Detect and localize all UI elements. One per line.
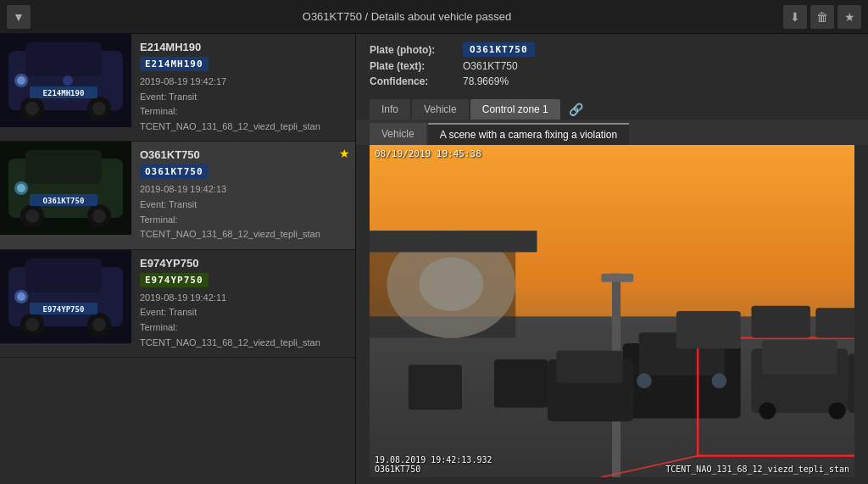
svg-rect-25 xyxy=(25,259,102,292)
vehicle-meta: 2019-08-19 19:42:17 Event: Transit Termi… xyxy=(140,75,348,134)
svg-rect-39 xyxy=(370,231,537,252)
svg-point-49 xyxy=(828,402,845,419)
star-button[interactable]: ★ xyxy=(837,5,861,29)
vehicle-details: O361KT750 O361KT750 2019-08-19 19:42:13 … xyxy=(131,142,355,248)
vehicle-event: Event: Transit xyxy=(140,197,348,213)
tab-vehicle[interactable]: Vehicle xyxy=(412,99,469,120)
plate-text-label: Plate (text): xyxy=(370,60,463,72)
svg-rect-47 xyxy=(762,340,837,374)
svg-point-8 xyxy=(17,76,25,85)
camera-terminal: TCENT_NAO_131_68_12_viezd_tepli_stan xyxy=(665,465,849,474)
vehicle-details: E974YP750 E974YP750 2019-08-19 19:42:11 … xyxy=(131,250,355,357)
svg-rect-61 xyxy=(409,364,462,409)
vehicle-meta: 2019-08-19 19:42:13 Event: Transit Termi… xyxy=(140,182,348,242)
svg-rect-59 xyxy=(815,308,854,337)
list-item[interactable]: E974YP750 E974YP750 E974YP750 2019-08-19… xyxy=(0,250,355,358)
vehicle-datetime: 2019-08-19 19:42:11 xyxy=(140,291,348,306)
top-bar-actions: ⬇ 🗑 ★ xyxy=(783,5,861,29)
confidence-value: 78.9669% xyxy=(463,75,509,87)
list-item[interactable]: O361KT750 O361KT750 O361KT750 2019-08-19… xyxy=(0,142,355,249)
svg-rect-57 xyxy=(676,311,741,348)
svg-point-9 xyxy=(63,75,73,86)
svg-rect-41 xyxy=(601,274,633,282)
vehicle-datetime: 2019-08-19 19:42:17 xyxy=(140,75,348,90)
svg-rect-53 xyxy=(556,351,622,383)
svg-rect-50 xyxy=(848,354,854,414)
vehicle-terminal: TCENT_NAO_131_68_12_viezd_tepli_stan xyxy=(140,227,348,242)
confidence-label: Confidence: xyxy=(370,75,463,87)
svg-rect-58 xyxy=(751,306,810,338)
delete-button[interactable]: 🗑 xyxy=(810,5,834,29)
svg-text:E214MH190: E214MH190 xyxy=(43,89,85,97)
svg-point-45 xyxy=(712,373,727,388)
list-item[interactable]: E214MH190 E214MH190 E214MH190 2019-08-19… xyxy=(0,34,355,142)
plate-image-badge: E214MH190 xyxy=(140,57,209,71)
vehicle-event: Event: Transit xyxy=(140,305,348,320)
vehicle-list: E214MH190 E214MH190 E214MH190 2019-08-19… xyxy=(0,34,356,484)
svg-rect-2 xyxy=(25,42,102,76)
tab-vehicle-2[interactable]: Vehicle xyxy=(370,123,426,145)
svg-point-44 xyxy=(637,373,652,388)
tab-scene-camera[interactable]: A scene with a camera fixing a violation xyxy=(428,123,629,145)
svg-point-31 xyxy=(17,292,25,301)
vehicle-terminal-label: Terminal: xyxy=(140,104,348,120)
tabs-row-2: Vehicle A scene with a camera fixing a v… xyxy=(356,120,868,145)
svg-point-20 xyxy=(17,184,25,192)
plate-image-badge: O361KT750 xyxy=(140,164,209,179)
vehicle-thumbnail: O361KT750 xyxy=(0,142,131,235)
svg-point-48 xyxy=(759,402,776,419)
vehicle-datetime: 2019-08-19 19:42:13 xyxy=(140,182,348,197)
plate-photo-label: Plate (photo): xyxy=(370,44,463,56)
filter-button[interactable]: ▼ xyxy=(7,5,31,29)
plate-image-badge: E974YP750 xyxy=(140,273,209,287)
vehicle-terminal-label: Terminal: xyxy=(140,320,348,336)
svg-point-29 xyxy=(92,318,106,331)
detail-panel: Plate (photo): O361KT750 Plate (text): O… xyxy=(356,34,868,484)
svg-point-16 xyxy=(25,209,39,223)
detail-header: Plate (photo): O361KT750 Plate (text): O… xyxy=(356,34,868,96)
page-title: O361KT750 / Details about vehicle passed xyxy=(31,10,783,23)
tab-info[interactable]: Info xyxy=(370,99,410,120)
star-indicator: ★ xyxy=(339,147,350,160)
plate-text-value: O361KT750 xyxy=(463,60,518,72)
download-button[interactable]: ⬇ xyxy=(783,5,807,29)
vehicle-event: Event: Transit xyxy=(140,90,348,105)
vehicle-terminal-label: Terminal: xyxy=(140,213,348,228)
svg-text:O361KT750: O361KT750 xyxy=(43,197,85,205)
confidence-row: Confidence: 78.9669% xyxy=(370,75,854,87)
svg-point-6 xyxy=(92,102,106,115)
top-bar: ▼ O361KT750 / Details about vehicle pass… xyxy=(0,0,868,34)
camera-timestamp-top: 08/19/2019 19:45:38 xyxy=(375,148,481,159)
vehicle-meta: 2019-08-19 19:42:11 Event: Transit Termi… xyxy=(140,291,348,350)
vehicle-terminal: TCENT_NAO_131_68_12_viezd_tepli_stan xyxy=(140,336,348,351)
tabs-row-1: Info Vehicle Control zone 1 🔗 xyxy=(356,96,868,120)
svg-point-18 xyxy=(92,209,106,223)
svg-text:E974YP750: E974YP750 xyxy=(43,305,85,314)
top-bar-left: ▼ xyxy=(7,5,31,29)
camera-view: 08/19/2019 19:45:38 19.08.2019 19:42:13.… xyxy=(370,145,854,477)
plate-photo-value: O361KT750 xyxy=(463,42,535,57)
svg-rect-60 xyxy=(494,359,548,408)
vehicle-plate-text: E974YP750 xyxy=(140,257,348,270)
link-icon-button[interactable]: 🔗 xyxy=(562,99,590,120)
vehicle-thumbnail: E214MH190 xyxy=(0,34,131,127)
svg-point-4 xyxy=(25,102,39,115)
svg-rect-14 xyxy=(25,150,102,184)
tab-control-zone-1[interactable]: Control zone 1 xyxy=(470,99,560,120)
vehicle-plate-text: E214MH190 xyxy=(140,41,348,53)
main-content: E214MH190 E214MH190 E214MH190 2019-08-19… xyxy=(0,34,868,484)
camera-timestamp-bottom: 19.08.2019 19:42:13.932 O361KT750 xyxy=(375,455,492,474)
vehicle-details: E214MH190 E214MH190 2019-08-19 19:42:17 … xyxy=(131,34,355,141)
plate-text-row: Plate (text): O361KT750 xyxy=(370,60,854,72)
svg-point-27 xyxy=(25,318,39,331)
vehicle-thumbnail: E974YP750 xyxy=(0,250,131,343)
plate-photo-row: Plate (photo): O361KT750 xyxy=(370,42,854,57)
vehicle-plate-text: O361KT750 xyxy=(140,148,348,161)
vehicle-terminal: TCENT_NAO_131_68_12_viezd_tepli_stan xyxy=(140,120,348,135)
